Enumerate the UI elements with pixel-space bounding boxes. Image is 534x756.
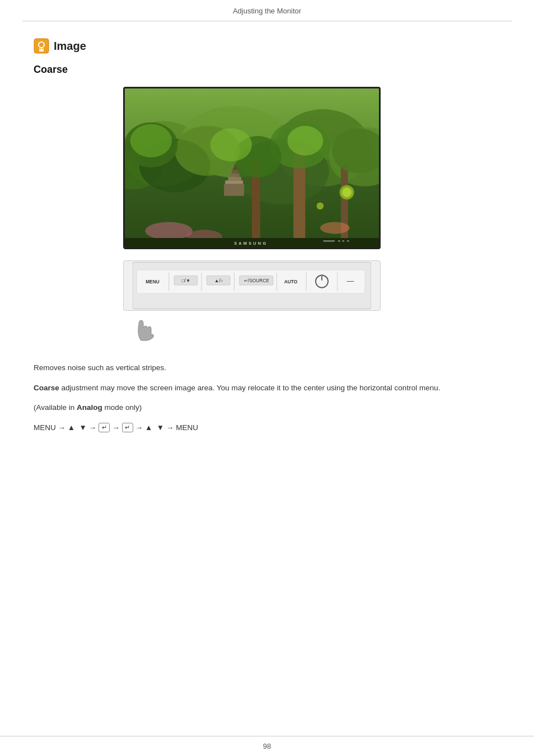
svg-point-33 bbox=[130, 124, 172, 157]
desc-para-1: Removes noise such as vertical stripes. bbox=[34, 362, 500, 374]
svg-rect-20 bbox=[233, 167, 237, 170]
menu-nav: MENU → ▲ ▼ → ↵ → ↵ → ▲ ▼ → MENU bbox=[34, 422, 500, 434]
section-heading: Image bbox=[34, 38, 500, 54]
svg-rect-22 bbox=[224, 184, 244, 196]
nav-text-start: MENU → ▲ ▼ → bbox=[34, 422, 96, 434]
svg-rect-45 bbox=[347, 240, 349, 241]
svg-text:SAMSUNG: SAMSUNG bbox=[234, 241, 268, 246]
nav-arrow-mid: → bbox=[112, 422, 120, 434]
page-container: Adjusting the Monitor Image Coarse bbox=[0, 0, 534, 756]
coarse-heading: Coarse bbox=[34, 64, 500, 76]
page-number: 98 bbox=[263, 742, 271, 750]
svg-text:□/▼: □/▼ bbox=[182, 278, 191, 283]
svg-rect-42 bbox=[323, 240, 335, 241]
svg-point-39 bbox=[317, 202, 324, 209]
hand-cursor-indicator bbox=[129, 314, 500, 345]
svg-rect-25 bbox=[341, 166, 348, 248]
svg-point-36 bbox=[320, 222, 350, 234]
desc-para-3-prefix: (Available in bbox=[34, 403, 77, 412]
nav-text-end: → ▲ ▼ → MENU bbox=[135, 422, 198, 434]
svg-point-31 bbox=[210, 128, 252, 161]
svg-text:—: — bbox=[346, 277, 354, 285]
coarse-bold: Coarse bbox=[34, 384, 59, 392]
svg-rect-16 bbox=[225, 180, 243, 184]
page-header: Adjusting the Monitor bbox=[22, 0, 512, 21]
svg-rect-44 bbox=[342, 240, 344, 241]
desc-para-3-suffix: mode only) bbox=[102, 403, 142, 412]
svg-rect-17 bbox=[228, 177, 241, 180]
svg-rect-18 bbox=[230, 174, 240, 177]
svg-text:MENU: MENU bbox=[146, 279, 160, 284]
svg-rect-19 bbox=[232, 170, 238, 173]
control-panel: MENU □/▼ ▲/○ ↵/SOURCE bbox=[123, 260, 381, 311]
nav-btn-1: ↵ bbox=[99, 423, 110, 432]
image-icon bbox=[34, 38, 49, 54]
desc-para-2-suffix: adjustment may move the screen image are… bbox=[59, 384, 441, 392]
page-title: Adjusting the Monitor bbox=[233, 7, 301, 15]
monitor-images: SAMSUNG MENU bbox=[123, 87, 500, 345]
analog-bold: Analog bbox=[77, 403, 102, 412]
svg-point-34 bbox=[145, 222, 193, 240]
page-footer: 98 bbox=[0, 736, 534, 756]
desc-section: Removes noise such as vertical stripes. … bbox=[34, 362, 500, 433]
content-area: Image Coarse bbox=[0, 21, 534, 467]
desc-para-3: (Available in Analog mode only) bbox=[34, 402, 500, 414]
svg-text:AUTO: AUTO bbox=[284, 279, 298, 284]
desc-para-2: Coarse adjustment may move the screen im… bbox=[34, 382, 500, 394]
monitor-screen: SAMSUNG bbox=[123, 87, 381, 249]
svg-point-38 bbox=[342, 188, 352, 197]
nav-btn-2: ↵ bbox=[122, 423, 133, 432]
monitor-screen-inner: SAMSUNG bbox=[125, 88, 379, 248]
svg-point-32 bbox=[288, 126, 324, 156]
svg-rect-43 bbox=[338, 240, 340, 241]
section-title: Image bbox=[54, 40, 86, 53]
svg-text:↵/SOURCE: ↵/SOURCE bbox=[244, 278, 269, 283]
svg-text:▲/○: ▲/○ bbox=[214, 278, 223, 283]
